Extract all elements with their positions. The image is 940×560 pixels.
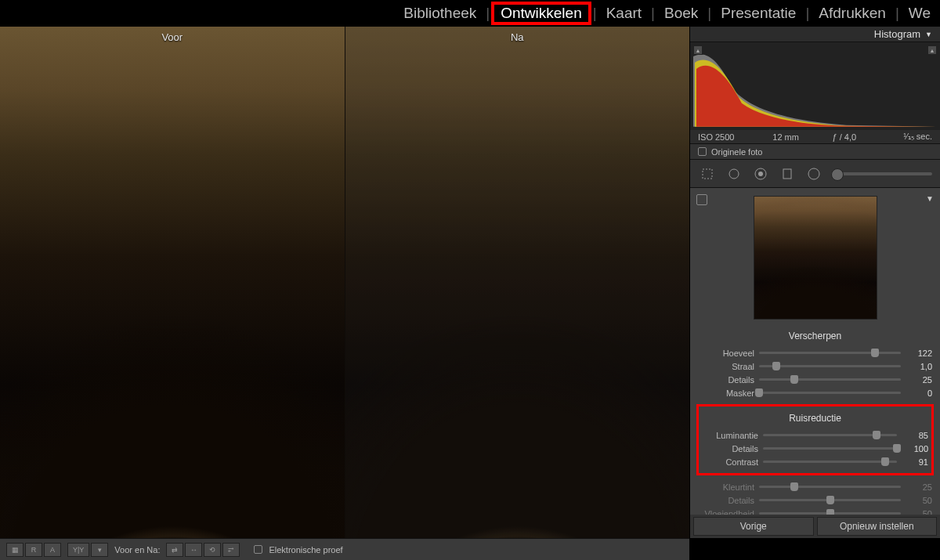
- grid-view-button[interactable]: ▦: [6, 543, 24, 557]
- slider-knob[interactable]: [790, 375, 798, 384]
- slider-track[interactable]: [759, 486, 901, 488]
- noise-reduction-highlight: Ruisreductie Luminantie85Details100Contr…: [696, 404, 934, 475]
- svg-point-5: [808, 168, 819, 179]
- before-label: Voor: [161, 31, 183, 43]
- redeye-tool-icon[interactable]: [751, 164, 770, 183]
- detail-picker-icon[interactable]: [696, 194, 707, 205]
- original-checkbox[interactable]: [698, 147, 707, 156]
- slider-straal: Straal1,0: [696, 359, 934, 373]
- slider-value: 50: [906, 496, 932, 505]
- slider-knob[interactable]: [790, 482, 798, 491]
- slider-label: Masker: [698, 388, 754, 398]
- copy-after-button[interactable]: ⥂: [222, 543, 240, 557]
- gradient-tool-icon[interactable]: [778, 164, 797, 183]
- histogram-header[interactable]: Histogram ▼: [690, 27, 940, 42]
- histogram[interactable]: ▲ ▲: [690, 42, 940, 130]
- slider-knob[interactable]: [871, 349, 879, 357]
- crop-tool-icon[interactable]: [698, 164, 717, 183]
- exif-shutter: ¹⁄₁₅ sec.: [873, 132, 932, 142]
- slider-track[interactable]: [759, 352, 901, 354]
- after-label: Na: [511, 31, 524, 43]
- exif-row: ISO 2500 12 mm ƒ / 4,0 ¹⁄₁₅ sec.: [690, 130, 940, 144]
- module-presentatie[interactable]: Presentatie: [713, 3, 804, 23]
- previous-button[interactable]: Vorige: [693, 517, 814, 536]
- slider-knob[interactable]: [772, 362, 780, 370]
- copy-lr-button[interactable]: ↔: [185, 543, 202, 557]
- slider-knob[interactable]: [826, 496, 834, 504]
- slider-track[interactable]: [759, 512, 901, 515]
- module-kaart[interactable]: Kaart: [598, 3, 649, 23]
- slider-knob[interactable]: [755, 388, 763, 397]
- slider-value: 91: [902, 457, 928, 467]
- slider-label: Details: [702, 444, 758, 453]
- module-picker: Bibliotheek | Ontwikkelen | Kaart | Boek…: [0, 0, 940, 27]
- slider-label: Straal: [698, 362, 754, 371]
- exif-iso: ISO 2500: [698, 132, 757, 142]
- sharpen-title: Verscherpen: [696, 331, 934, 341]
- original-label: Originele foto: [711, 147, 762, 157]
- module-boek[interactable]: Boek: [656, 3, 706, 23]
- slider-value: 50: [906, 509, 932, 515]
- layout-menu-button[interactable]: ▾: [91, 543, 108, 557]
- view-mode-group: ▦ R A: [6, 543, 61, 557]
- slider-track[interactable]: [759, 365, 901, 367]
- spot-tool-icon[interactable]: [725, 164, 743, 183]
- slider-label: Luminantie: [702, 431, 758, 440]
- swap-button[interactable]: ⇄: [166, 543, 183, 557]
- slider-value: 85: [902, 431, 928, 440]
- slider-track[interactable]: [763, 461, 897, 463]
- histogram-title: Histogram: [874, 28, 920, 40]
- histogram-shadow-clip[interactable]: ▲: [693, 45, 703, 55]
- bottom-toolbar: ▦ R A Y|Y ▾ Voor en Na: ⇄ ↔ ⟲ ⥂ Elektron…: [0, 538, 689, 560]
- slider-value: 100: [902, 444, 928, 453]
- compare-ops-group: ⇄ ↔ ⟲ ⥂: [166, 543, 240, 557]
- original-photo-row[interactable]: Originele foto: [690, 144, 940, 160]
- module-ontwikkelen[interactable]: Ontwikkelen: [491, 2, 591, 25]
- brush-size-slider[interactable]: [831, 172, 932, 175]
- slider-value: 1,0: [906, 362, 932, 371]
- slider-details: Details100: [700, 442, 930, 455]
- compare-label: Voor en Na:: [114, 545, 160, 555]
- slider-track[interactable]: [759, 378, 901, 381]
- svg-rect-0: [703, 169, 712, 179]
- module-web[interactable]: We: [901, 3, 938, 23]
- detail-panel: ▼ Verscherpen Hoeveel122Straal1,0Details…: [690, 188, 940, 515]
- slider-label: Kleurtint: [698, 482, 754, 492]
- slider-label: Hoeveel: [698, 349, 754, 358]
- module-afdrukken[interactable]: Afdrukken: [811, 3, 894, 23]
- noise-title: Ruisreductie: [700, 413, 930, 424]
- slider-luminantie: Luminantie85: [700, 428, 930, 442]
- slider-knob[interactable]: [893, 444, 901, 453]
- slider-details: Details25: [696, 373, 934, 386]
- split-layout-button[interactable]: Y|Y: [67, 543, 89, 557]
- module-bibliotheek[interactable]: Bibliotheek: [396, 3, 484, 23]
- histogram-highlight-clip[interactable]: ▲: [927, 45, 937, 55]
- before-after-viewer[interactable]: Voor Na: [0, 27, 689, 538]
- slider-value: 25: [906, 482, 932, 492]
- svg-point-3: [758, 172, 763, 176]
- reference-view-button[interactable]: R: [25, 543, 42, 557]
- slider-track[interactable]: [759, 392, 901, 394]
- slider-hoeveel: Hoeveel122: [696, 346, 934, 359]
- detail-thumbnail[interactable]: [754, 196, 877, 320]
- slider-masker: Masker0: [696, 386, 934, 399]
- exif-focal: 12 mm: [757, 132, 815, 142]
- slider-label: Details: [698, 496, 754, 505]
- after-view-button[interactable]: A: [44, 543, 61, 557]
- slider-value: 25: [906, 375, 932, 385]
- slider-knob[interactable]: [881, 457, 889, 466]
- slider-knob[interactable]: [873, 431, 880, 439]
- slider-track[interactable]: [763, 434, 897, 436]
- slider-knob[interactable]: [826, 509, 834, 515]
- panel-collapse-icon[interactable]: ▼: [926, 194, 934, 203]
- reset-button[interactable]: Opnieuw instellen: [817, 517, 938, 536]
- develop-panel: Histogram ▼ ▲ ▲ ISO 2500 12 mm ƒ / 4,0 ¹…: [689, 27, 940, 538]
- panel-footer-buttons: Vorige Opnieuw instellen: [690, 515, 940, 538]
- copy-before-button[interactable]: ⟲: [204, 543, 221, 557]
- soft-proof-checkbox[interactable]: [254, 545, 262, 554]
- slider-vloeiendheid: Vloeiendheid50: [696, 507, 934, 515]
- radial-tool-icon[interactable]: [804, 164, 823, 183]
- slider-value: 0: [906, 388, 932, 398]
- slider-track[interactable]: [759, 499, 901, 501]
- slider-track[interactable]: [763, 447, 897, 450]
